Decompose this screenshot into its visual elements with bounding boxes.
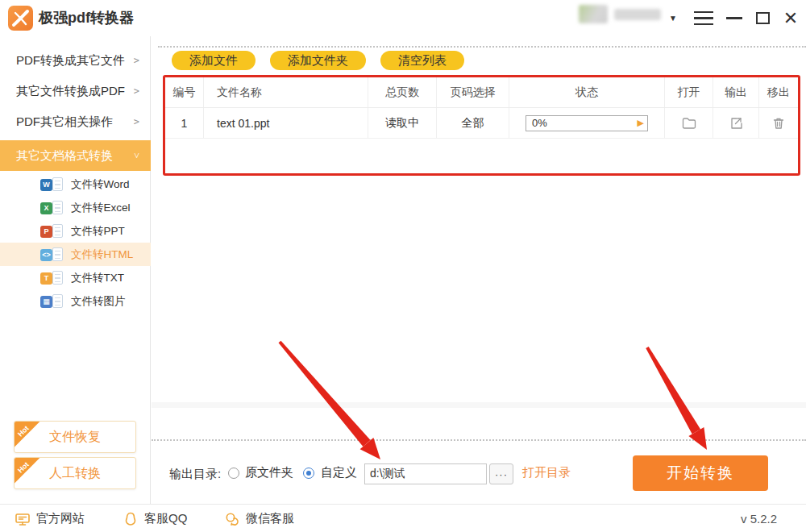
html-file-icon: <> (40, 247, 64, 263)
sidebar-item-file-to-image[interactable]: ▦ 文件转图片 (0, 289, 151, 313)
radio-custom-label[interactable]: 自定义 (321, 465, 357, 480)
image-file-icon: ▦ (40, 293, 64, 310)
progress-bar: 0% ▶ (526, 115, 648, 131)
row-status: 0% ▶ (509, 108, 665, 138)
sidebar-group-other-to-pdf[interactable]: 其它文件转换成PDF > (0, 76, 151, 106)
sidebar-item-file-to-word[interactable]: W 文件转Word (0, 172, 151, 196)
wechat-support-link[interactable]: 微信客服 (224, 505, 294, 532)
col-header-filename: 文件名称 (204, 77, 368, 107)
chevron-down-icon: ˅ (134, 150, 139, 162)
footer: 官方网站 客服QQ 微信客服 v 5.2.2 (0, 504, 806, 532)
table-row: 1 text 01.ppt 读取中 全部 0% ▶ (165, 108, 798, 139)
sidebar-item-file-to-excel[interactable]: X 文件转Excel (0, 196, 151, 219)
sidebar-item-file-to-html[interactable]: <> 文件转HTML (0, 243, 151, 266)
output-bar: 输出目录: 原文件夹 自定义 ··· 打开目录 开始转换 (152, 439, 806, 504)
close-button[interactable]: ✕ (778, 0, 804, 36)
monitor-icon (15, 511, 31, 527)
col-header-open: 打开 (665, 77, 713, 107)
word-file-icon: W (40, 177, 64, 193)
export-icon[interactable] (727, 114, 745, 132)
divider (152, 402, 806, 408)
chevron-right-icon: > (134, 85, 139, 97)
hot-badge: Hot (14, 457, 39, 484)
row-number: 1 (165, 108, 204, 138)
col-header-number: 编号 (165, 77, 204, 107)
trash-icon[interactable] (770, 114, 787, 132)
row-output-cell (713, 108, 759, 138)
row-open-cell (665, 108, 713, 138)
main-panel: 添加文件 添加文件夹 清空列表 编号 文件名称 总页数 页码选择 状态 打开 输… (152, 36, 806, 439)
sidebar: PDF转换成其它文件 > 其它文件转换成PDF > PDF其它相关操作 > 其它… (0, 36, 151, 504)
col-header-total-pages: 总页数 (368, 77, 437, 107)
progress-value: 0% (532, 117, 638, 129)
toolbar: 添加文件 添加文件夹 清空列表 (172, 51, 464, 70)
qq-penguin-icon (123, 511, 139, 527)
qq-support-link[interactable]: 客服QQ (123, 505, 187, 532)
ppt-file-icon: P (40, 223, 64, 239)
excel-file-icon: X (40, 200, 64, 216)
play-icon: ▶ (638, 118, 644, 128)
version-label: v 5.2.2 (741, 505, 777, 532)
app-logo-icon (8, 6, 33, 31)
radio-original-folder-label[interactable]: 原文件夹 (245, 465, 293, 480)
radio-original-folder[interactable] (228, 468, 239, 479)
account-dropdown-caret-icon[interactable]: ▼ (669, 0, 677, 36)
menu-icon[interactable] (691, 0, 717, 36)
maximize-button[interactable] (750, 0, 775, 36)
clear-list-button[interactable]: 清空列表 (380, 51, 464, 70)
add-file-button[interactable]: 添加文件 (172, 51, 256, 70)
sidebar-group-pdf-operations[interactable]: PDF其它相关操作 > (0, 106, 151, 137)
user-name-redacted (614, 9, 661, 20)
official-website-link[interactable]: 官方网站 (15, 505, 85, 532)
radio-custom[interactable] (303, 468, 314, 479)
row-remove-cell (759, 108, 798, 138)
dotted-divider (158, 46, 806, 48)
col-header-remove: 移出 (759, 77, 798, 107)
file-table-highlight-box: 编号 文件名称 总页数 页码选择 状态 打开 输出 移出 1 text 01.p… (163, 75, 800, 176)
output-path-input[interactable] (364, 463, 487, 484)
sidebar-item-file-to-ppt[interactable]: P 文件转PPT (0, 219, 151, 243)
open-folder-icon[interactable] (680, 114, 698, 132)
app-window: 极强pdf转换器 ▼ ✕ PDF转换成其它文件 > 其它文件转换成PDF > P… (0, 0, 806, 532)
row-total-pages: 读取中 (368, 108, 437, 138)
wechat-icon (224, 511, 240, 527)
minimize-button[interactable] (722, 0, 746, 36)
user-avatar[interactable] (579, 5, 608, 23)
hot-badge: Hot (14, 421, 39, 447)
chevron-right-icon: > (134, 55, 139, 66)
file-recovery-button[interactable]: Hot 文件恢复 (14, 421, 136, 453)
row-page-select[interactable]: 全部 (437, 108, 509, 138)
app-title: 极强pdf转换器 (39, 0, 134, 36)
txt-file-icon: T (40, 270, 64, 286)
manual-convert-button[interactable]: Hot 人工转换 (14, 457, 136, 489)
chevron-right-icon: > (134, 116, 139, 127)
sidebar-group-other-format-convert[interactable]: 其它文档格式转换 ˅ (0, 140, 151, 171)
browse-button[interactable]: ··· (489, 463, 513, 484)
start-convert-button[interactable]: 开始转换 (633, 455, 768, 491)
add-folder-button[interactable]: 添加文件夹 (270, 51, 366, 70)
row-filename: text 01.ppt (204, 108, 368, 138)
output-dir-label: 输出目录: (169, 467, 221, 482)
title-bar: 极强pdf转换器 ▼ ✕ (0, 0, 806, 36)
table-header-row: 编号 文件名称 总页数 页码选择 状态 打开 输出 移出 (165, 77, 798, 108)
col-header-page-select: 页码选择 (437, 77, 509, 107)
col-header-output: 输出 (713, 77, 759, 107)
open-directory-link[interactable]: 打开目录 (522, 465, 571, 480)
sidebar-item-file-to-txt[interactable]: T 文件转TXT (0, 266, 151, 289)
sidebar-group-pdf-to-other[interactable]: PDF转换成其它文件 > (0, 45, 151, 76)
col-header-status: 状态 (509, 77, 665, 107)
